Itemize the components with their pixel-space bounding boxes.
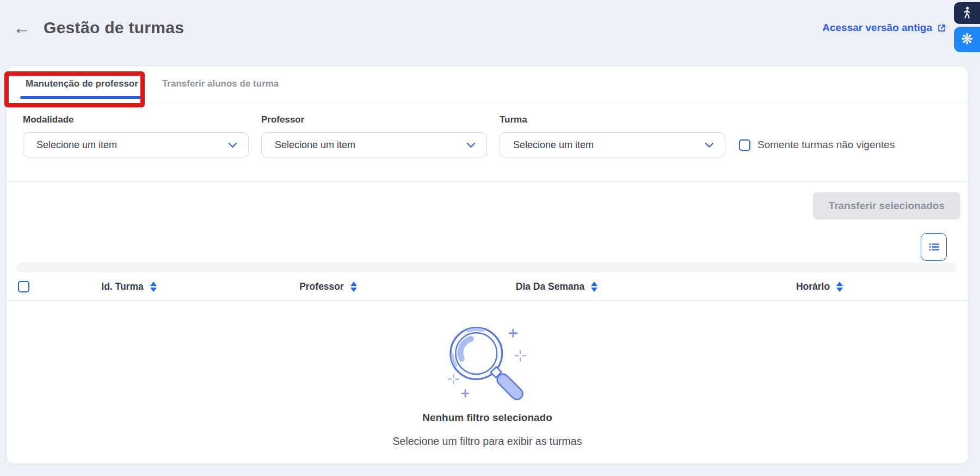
tab-transferir-alunos-de-turma[interactable]: Transferir alunos de turma: [150, 66, 291, 101]
magnifying-glass-illustration: [436, 320, 539, 401]
back-arrow-icon[interactable]: ←: [13, 19, 30, 36]
assistant-widget-button[interactable]: ❋: [954, 27, 980, 52]
select-value: Selecione um item: [275, 139, 466, 151]
topbar: ← Gestão de turmas Acessar versão antiga: [0, 0, 980, 37]
select-all-checkbox[interactable]: [18, 281, 29, 292]
filter-label: Professor: [261, 114, 487, 125]
bulleted-list-icon: [927, 240, 941, 254]
old-version-link-label: Acessar versão antiga: [822, 22, 932, 34]
column-header-id-turma: Id. Turma: [44, 281, 214, 292]
chevron-down-icon: [466, 142, 476, 148]
filter-field-professor: Professor Selecione um item: [261, 114, 487, 157]
active-tab-underline: [20, 96, 144, 99]
openai-swirl-icon: ❋: [961, 32, 973, 47]
list-view-button[interactable]: [921, 233, 947, 261]
tab-bar: Manutenção de professor Transferir aluno…: [7, 66, 968, 101]
horizontal-scrollbar-track[interactable]: [16, 263, 956, 272]
only-non-current-checkbox[interactable]: Somente turmas não vigentes: [739, 139, 895, 151]
class-management-card: Manutenção de professor Transferir aluno…: [7, 66, 968, 463]
empty-state-title: Nenhum filtro selecionado: [422, 412, 552, 424]
column-header-dia-da-semana: Dia Da Semana: [442, 281, 671, 292]
transfer-selected-button[interactable]: Transferir selecionados: [813, 192, 960, 219]
column-label: Horário: [796, 281, 830, 292]
column-label: Dia Da Semana: [516, 281, 584, 292]
checkbox-label: Somente turmas não vigentes: [757, 139, 895, 151]
filter-label: Turma: [500, 114, 725, 125]
accessibility-widget-button[interactable]: [954, 2, 980, 24]
column-header-professor: Professor: [214, 281, 442, 292]
empty-state-subtitle: Selecione um filtro para exibir as turma…: [393, 435, 582, 448]
actions-row: Transferir selecionados: [7, 182, 968, 219]
sort-icon[interactable]: [350, 282, 357, 292]
column-label: Id. Turma: [101, 281, 143, 292]
sort-icon[interactable]: [150, 282, 157, 292]
empty-state: Nenhum filtro selecionado Selecione um f…: [7, 301, 968, 448]
filter-field-modalidade: Modalidade Selecione um item: [23, 114, 249, 157]
column-label: Professor: [299, 281, 344, 292]
turma-select[interactable]: Selecione um item: [500, 132, 725, 157]
professor-select[interactable]: Selecione um item: [261, 132, 487, 157]
table-header-row: Id. Turma Professor Dia Da Semana Horári…: [7, 273, 968, 301]
sort-icon[interactable]: [591, 282, 597, 292]
tab-manutencao-de-professor[interactable]: Manutenção de professor: [14, 66, 150, 101]
tab-label: Manutenção de professor: [26, 78, 138, 89]
filter-label: Modalidade: [23, 114, 249, 125]
checkbox-unchecked[interactable]: [739, 139, 750, 151]
page-title: Gestão de turmas: [44, 19, 184, 37]
person-walking-icon: [960, 6, 973, 20]
old-version-link[interactable]: Acessar versão antiga: [822, 22, 946, 34]
filter-field-turma: Turma Selecione um item: [500, 114, 725, 157]
view-toggle-row: [7, 219, 968, 261]
chevron-down-icon: [705, 142, 714, 148]
sort-icon[interactable]: [836, 282, 843, 292]
chevron-down-icon: [228, 142, 237, 148]
filters-row: Modalidade Selecione um item Professor S…: [7, 101, 968, 157]
select-value: Selecione um item: [513, 139, 705, 151]
select-value: Selecione um item: [36, 139, 228, 151]
tab-label: Transferir alunos de turma: [162, 78, 279, 89]
external-link-icon: [937, 23, 946, 33]
column-header-horario: Horário: [671, 281, 968, 292]
modalidade-select[interactable]: Selecione um item: [23, 132, 249, 157]
select-all-cell: [7, 281, 44, 292]
